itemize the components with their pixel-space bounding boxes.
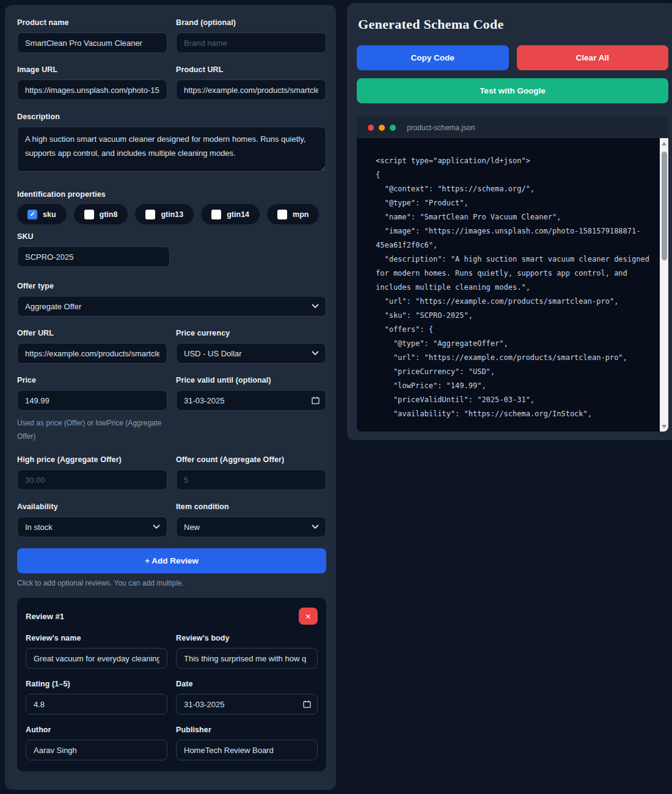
code-editor-window: product-schema.json <script type="applic… [357,117,668,432]
product-name-input[interactable] [17,32,167,53]
product-name-label: Product name [17,18,167,27]
sku-label: SKU [17,232,326,241]
code-editor-body: <script type="application/ld+json"> { "@… [357,138,668,432]
window-maximize-dot-icon [390,125,396,131]
image-url-input[interactable] [17,79,167,100]
review-date-label: Date [176,680,318,688]
review-date-input[interactable] [176,694,318,715]
scrollbar-up-arrow-icon[interactable] [660,139,668,148]
price-valid-until-input[interactable] [176,390,326,411]
availability-label: Availability [17,502,167,511]
price-helper-text: Used as price (Offer) or lowPrice (Aggre… [17,416,167,443]
offer-url-label: Offer URL [17,329,167,337]
brand-input[interactable] [176,32,326,53]
product-url-label: Product URL [176,65,326,74]
product-form-panel: Product name Brand (optional) Image URL … [5,5,336,790]
clear-all-button[interactable]: Clear All [517,45,669,70]
code-scrollbar[interactable] [660,138,668,432]
code-filename: product-schema.json [407,123,475,132]
description-label: Description [17,112,326,121]
schema-output-panel: Generated Schema Code Copy Code Clear Al… [347,3,672,440]
checkbox-gtin13[interactable]: gtin13 [135,204,194,224]
identification-pills: sku gtin8 gtin13 gtin14 mpn [17,204,326,224]
description-textarea[interactable]: A high suction smart vacuum cleaner desi… [17,127,326,172]
chevron-down-icon [153,524,160,529]
offer-url-input[interactable] [17,343,167,364]
calendar-icon[interactable] [312,397,320,405]
chevron-down-icon [312,304,319,309]
high-price-input[interactable] [17,469,167,490]
sku-input[interactable] [17,246,170,267]
scrollbar-thumb[interactable] [662,152,667,260]
unchecked-checkbox-icon[interactable] [211,210,221,219]
price-label: Price [17,376,167,384]
review-rating-label: Rating (1–5) [26,680,167,688]
schema-code-text: <script type="application/ld+json"> { "@… [357,138,668,432]
close-icon [305,612,311,621]
unchecked-checkbox-icon[interactable] [145,210,155,219]
checkbox-gtin8[interactable]: gtin8 [74,204,128,224]
test-with-google-button[interactable]: Test with Google [357,78,668,103]
window-minimize-dot-icon [379,125,385,131]
product-url-input[interactable] [176,79,326,100]
review-body-input[interactable] [176,648,318,669]
item-condition-label: Item condition [176,502,326,511]
scrollbar-down-arrow-icon[interactable] [660,422,668,431]
identification-label: Identification properties [17,190,326,199]
checked-checkbox-icon[interactable] [27,210,37,219]
copy-code-button[interactable]: Copy Code [357,45,509,70]
review-author-input[interactable] [26,740,167,760]
checkbox-sku[interactable]: sku [17,204,67,224]
review-body-label: Review's body [176,634,318,642]
page-title: Generated Schema Code [358,17,668,32]
review-rating-input[interactable] [26,694,167,715]
window-close-dot-icon [368,125,374,131]
price-currency-label: Price currency [176,329,326,337]
page: Product name Brand (optional) Image URL … [0,0,672,794]
image-url-label: Image URL [17,65,167,74]
price-currency-select[interactable]: USD - US Dollar [176,343,326,364]
offer-type-select[interactable]: Aggregate Offer [17,296,326,317]
price-input[interactable] [17,390,167,411]
offer-count-input[interactable] [176,469,326,490]
checkbox-gtin14[interactable]: gtin14 [201,204,260,224]
remove-review-button[interactable] [299,608,318,625]
review-publisher-label: Publisher [176,726,318,734]
chevron-down-icon [312,524,319,529]
review-name-input[interactable] [26,648,167,669]
review-name-label: Review's name [26,634,167,642]
unchecked-checkbox-icon[interactable] [277,210,287,219]
brand-label: Brand (optional) [176,18,326,27]
checkbox-mpn[interactable]: mpn [267,204,319,224]
chevron-down-icon [312,351,319,356]
calendar-icon[interactable] [303,700,311,708]
review-title: Review #1 [26,612,64,621]
availability-select[interactable]: In stock [17,516,167,537]
review-publisher-input[interactable] [176,740,318,760]
unchecked-checkbox-icon[interactable] [84,210,94,219]
add-review-button[interactable]: + Add Review [17,548,326,573]
review-author-label: Author [26,726,167,734]
review-card: Review #1 Review's name Review's body Ra… [17,598,326,771]
offer-count-label: Offer count (Aggregate Offer) [176,455,326,464]
offer-type-label: Offer type [17,282,326,290]
add-review-helper-text: Click to add optional reviews. You can a… [17,579,326,587]
high-price-label: High price (Aggregate Offer) [17,455,167,464]
code-editor-titlebar: product-schema.json [357,117,668,138]
price-valid-until-label: Price valid until (optional) [176,376,326,384]
item-condition-select[interactable]: New [176,516,326,537]
